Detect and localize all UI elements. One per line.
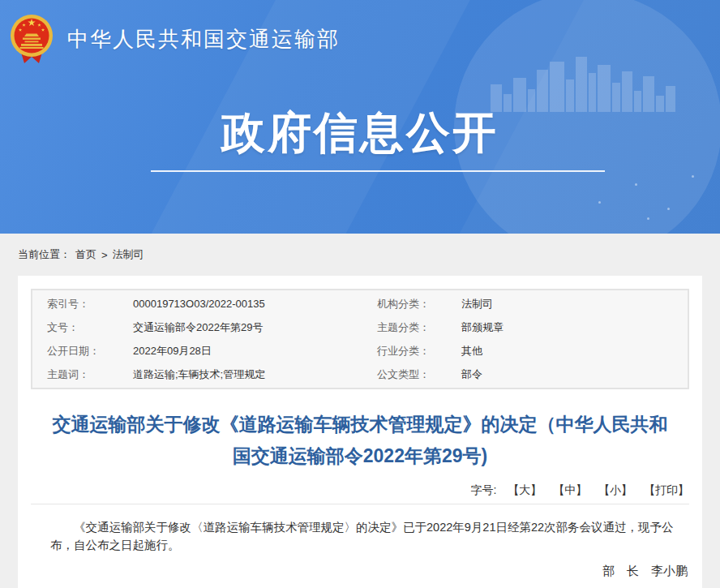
breadcrumb-home-link[interactable]: 首页 [75,247,96,262]
meta-value-index: 000019713O03/2022-00135 [133,298,377,310]
font-size-controls: 字号: 【大】 【中】 【小】 【打印】 [31,483,689,498]
national-emblem-icon [10,13,54,65]
meta-label-keywords: 主题词： [47,367,133,382]
breadcrumb: 当前位置： 首页 > 法制司 [0,234,720,276]
font-size-large-button[interactable]: 【大】 [508,483,542,496]
particle-decoration [590,169,704,225]
meta-label-doctype: 公文类型： [377,367,461,382]
meta-label-topic-class: 主题分类： [377,320,461,335]
document-meta-table: 索引号： 000019713O03/2022-00135 机构分类： 法制司 文… [31,289,689,389]
ministry-name: 中华人民共和国交通运输部 [67,25,340,54]
meta-value-org: 法制司 [461,297,688,311]
table-row: 文号： 交通运输部令2022年第29号 主题分类： 部颁规章 [32,315,688,339]
print-button[interactable]: 【打印】 [644,483,689,496]
font-size-small-button[interactable]: 【小】 [598,483,632,496]
meta-label-org: 机构分类： [377,297,461,311]
meta-label-industry: 行业分类： [377,344,461,358]
table-row: 公开日期： 2022年09月28日 行业分类： 其他 [32,339,688,363]
banner-underline [151,170,605,172]
article-container: 索引号： 000019713O03/2022-00135 机构分类： 法制司 文… [18,276,702,588]
meta-value-industry: 其他 [461,344,688,358]
minister-signature: 部 长 李小鹏 [31,564,689,579]
table-row: 主题词： 道路运输;车辆技术;管理规定 公文类型： 部令 [32,363,688,386]
site-brand[interactable]: 中华人民共和国交通运输部 [10,13,340,65]
page-header: 中华人民共和国交通运输部 政府信息公开 [0,0,720,234]
page-title: 交通运输部关于修改《道路运输车辆技术管理规定》的决定（中华人民共和国交通运输部令… [47,409,673,472]
font-size-label: 字号: [471,483,497,496]
title-divider [31,504,689,504]
meta-label-docno: 文号： [47,320,133,335]
meta-value-pubdate: 2022年09月28日 [133,344,377,358]
font-size-medium-button[interactable]: 【中】 [553,483,587,496]
meta-value-docno: 交通运输部令2022年第29号 [133,320,377,335]
meta-value-topic-class: 部颁规章 [461,320,688,335]
breadcrumb-current-link[interactable]: 法制司 [113,247,144,262]
breadcrumb-label: 当前位置： [18,247,71,262]
meta-label-pubdate: 公开日期： [47,344,133,358]
meta-value-doctype: 部令 [461,367,688,382]
meta-value-keywords: 道路运输;车辆技术;管理规定 [133,367,377,382]
document-body-paragraph: 《交通运输部关于修改〈道路运输车辆技术管理规定〉的决定》已于2022年9月21日… [50,518,683,554]
table-row: 索引号： 000019713O03/2022-00135 机构分类： 法制司 [32,292,688,315]
meta-label-index: 索引号： [47,297,133,311]
breadcrumb-separator: > [101,249,108,261]
banner-title: 政府信息公开 [0,104,720,163]
